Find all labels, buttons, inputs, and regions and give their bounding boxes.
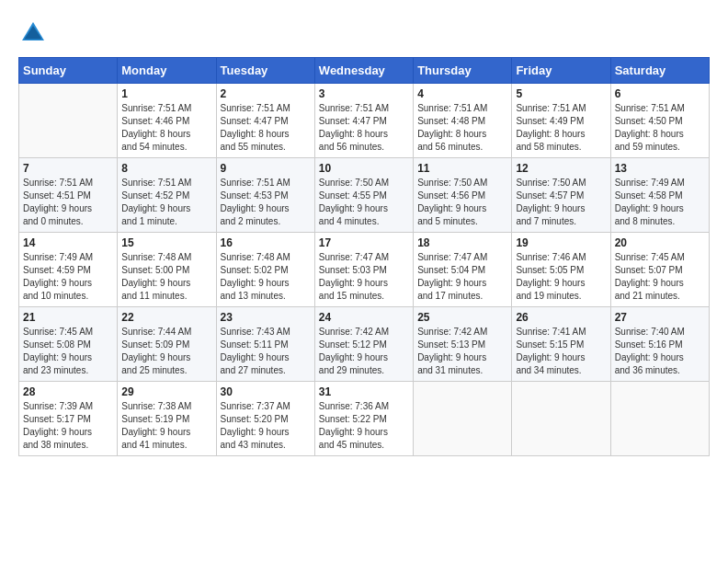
page-header <box>18 18 710 48</box>
calendar-cell: 29Sunrise: 7:38 AM Sunset: 5:19 PM Dayli… <box>118 382 216 456</box>
day-info: Sunrise: 7:51 AM Sunset: 4:47 PM Dayligh… <box>319 102 409 154</box>
calendar-cell <box>512 382 610 456</box>
calendar-cell: 19Sunrise: 7:46 AM Sunset: 5:05 PM Dayli… <box>512 233 610 307</box>
day-info: Sunrise: 7:41 AM Sunset: 5:15 PM Dayligh… <box>516 326 606 377</box>
day-number: 22 <box>121 311 211 324</box>
week-row-2: 7Sunrise: 7:51 AM Sunset: 4:51 PM Daylig… <box>19 158 710 233</box>
day-info: Sunrise: 7:48 AM Sunset: 5:02 PM Dayligh… <box>221 251 311 303</box>
calendar-cell <box>19 84 118 158</box>
day-info: Sunrise: 7:40 AM Sunset: 5:16 PM Dayligh… <box>615 326 705 377</box>
calendar-cell <box>610 382 709 456</box>
calendar-cell: 24Sunrise: 7:42 AM Sunset: 5:12 PM Dayli… <box>314 307 413 382</box>
day-info: Sunrise: 7:45 AM Sunset: 5:08 PM Dayligh… <box>23 326 113 377</box>
day-number: 2 <box>221 87 311 100</box>
day-number: 16 <box>221 236 311 249</box>
calendar-cell: 21Sunrise: 7:45 AM Sunset: 5:08 PM Dayli… <box>19 307 118 382</box>
day-info: Sunrise: 7:51 AM Sunset: 4:48 PM Dayligh… <box>417 102 507 154</box>
day-info: Sunrise: 7:51 AM Sunset: 4:46 PM Dayligh… <box>121 102 211 154</box>
calendar-cell: 28Sunrise: 7:39 AM Sunset: 5:17 PM Dayli… <box>19 382 118 456</box>
header-cell-tuesday: Tuesday <box>216 58 314 84</box>
header-row: SundayMondayTuesdayWednesdayThursdayFrid… <box>19 58 710 84</box>
day-number: 9 <box>221 162 311 175</box>
calendar-cell: 25Sunrise: 7:42 AM Sunset: 5:13 PM Dayli… <box>414 307 512 382</box>
day-number: 20 <box>615 236 705 249</box>
day-info: Sunrise: 7:50 AM Sunset: 4:57 PM Dayligh… <box>516 177 606 228</box>
day-info: Sunrise: 7:38 AM Sunset: 5:19 PM Dayligh… <box>121 400 211 452</box>
calendar-cell: 2Sunrise: 7:51 AM Sunset: 4:47 PM Daylig… <box>216 84 314 158</box>
day-info: Sunrise: 7:47 AM Sunset: 5:03 PM Dayligh… <box>319 251 409 303</box>
calendar-cell: 8Sunrise: 7:51 AM Sunset: 4:52 PM Daylig… <box>118 158 216 233</box>
day-number: 13 <box>615 162 705 175</box>
calendar-cell: 12Sunrise: 7:50 AM Sunset: 4:57 PM Dayli… <box>512 158 610 233</box>
day-number: 28 <box>23 385 113 398</box>
calendar-cell: 26Sunrise: 7:41 AM Sunset: 5:15 PM Dayli… <box>512 307 610 382</box>
day-info: Sunrise: 7:51 AM Sunset: 4:47 PM Dayligh… <box>221 102 311 154</box>
day-number: 4 <box>417 87 507 100</box>
day-number: 26 <box>516 311 606 324</box>
calendar-table: SundayMondayTuesdayWednesdayThursdayFrid… <box>18 57 710 456</box>
day-number: 14 <box>23 236 113 249</box>
week-row-1: 1Sunrise: 7:51 AM Sunset: 4:46 PM Daylig… <box>19 84 710 158</box>
day-number: 6 <box>615 87 705 100</box>
calendar-cell: 18Sunrise: 7:47 AM Sunset: 5:04 PM Dayli… <box>414 233 512 307</box>
day-info: Sunrise: 7:51 AM Sunset: 4:51 PM Dayligh… <box>23 177 113 228</box>
calendar-cell: 11Sunrise: 7:50 AM Sunset: 4:56 PM Dayli… <box>414 158 512 233</box>
day-info: Sunrise: 7:43 AM Sunset: 5:11 PM Dayligh… <box>221 326 311 377</box>
header-cell-wednesday: Wednesday <box>314 58 413 84</box>
day-number: 10 <box>319 162 409 175</box>
day-info: Sunrise: 7:48 AM Sunset: 5:00 PM Dayligh… <box>121 251 211 303</box>
calendar-cell: 1Sunrise: 7:51 AM Sunset: 4:46 PM Daylig… <box>118 84 216 158</box>
day-number: 21 <box>23 311 113 324</box>
calendar-cell: 16Sunrise: 7:48 AM Sunset: 5:02 PM Dayli… <box>216 233 314 307</box>
day-number: 8 <box>121 162 211 175</box>
day-info: Sunrise: 7:39 AM Sunset: 5:17 PM Dayligh… <box>23 400 113 452</box>
week-row-4: 21Sunrise: 7:45 AM Sunset: 5:08 PM Dayli… <box>19 307 710 382</box>
calendar-cell: 17Sunrise: 7:47 AM Sunset: 5:03 PM Dayli… <box>314 233 413 307</box>
header-cell-saturday: Saturday <box>610 58 709 84</box>
calendar-cell: 4Sunrise: 7:51 AM Sunset: 4:48 PM Daylig… <box>414 84 512 158</box>
day-info: Sunrise: 7:47 AM Sunset: 5:04 PM Dayligh… <box>417 251 507 303</box>
day-number: 30 <box>221 385 311 398</box>
week-row-5: 28Sunrise: 7:39 AM Sunset: 5:17 PM Dayli… <box>19 382 710 456</box>
calendar-cell: 5Sunrise: 7:51 AM Sunset: 4:49 PM Daylig… <box>512 84 610 158</box>
day-number: 27 <box>615 311 705 324</box>
day-info: Sunrise: 7:51 AM Sunset: 4:50 PM Dayligh… <box>615 102 705 154</box>
day-number: 24 <box>319 311 409 324</box>
header-cell-friday: Friday <box>512 58 610 84</box>
header-cell-monday: Monday <box>118 58 216 84</box>
day-info: Sunrise: 7:51 AM Sunset: 4:49 PM Dayligh… <box>516 102 606 154</box>
day-number: 18 <box>417 236 507 249</box>
calendar-cell: 13Sunrise: 7:49 AM Sunset: 4:58 PM Dayli… <box>610 158 709 233</box>
day-number: 12 <box>516 162 606 175</box>
calendar-cell: 30Sunrise: 7:37 AM Sunset: 5:20 PM Dayli… <box>216 382 314 456</box>
calendar-cell: 27Sunrise: 7:40 AM Sunset: 5:16 PM Dayli… <box>610 307 709 382</box>
day-info: Sunrise: 7:44 AM Sunset: 5:09 PM Dayligh… <box>121 326 211 377</box>
day-number: 1 <box>121 87 211 100</box>
calendar-cell: 23Sunrise: 7:43 AM Sunset: 5:11 PM Dayli… <box>216 307 314 382</box>
week-row-3: 14Sunrise: 7:49 AM Sunset: 4:59 PM Dayli… <box>19 233 710 307</box>
calendar-cell: 20Sunrise: 7:45 AM Sunset: 5:07 PM Dayli… <box>610 233 709 307</box>
calendar-cell: 6Sunrise: 7:51 AM Sunset: 4:50 PM Daylig… <box>610 84 709 158</box>
day-info: Sunrise: 7:42 AM Sunset: 5:12 PM Dayligh… <box>319 326 409 377</box>
day-number: 3 <box>319 87 409 100</box>
day-number: 11 <box>417 162 507 175</box>
day-number: 29 <box>121 385 211 398</box>
day-info: Sunrise: 7:37 AM Sunset: 5:20 PM Dayligh… <box>221 400 311 452</box>
calendar-cell: 31Sunrise: 7:36 AM Sunset: 5:22 PM Dayli… <box>314 382 413 456</box>
day-number: 25 <box>417 311 507 324</box>
day-number: 23 <box>221 311 311 324</box>
calendar-cell: 9Sunrise: 7:51 AM Sunset: 4:53 PM Daylig… <box>216 158 314 233</box>
day-number: 31 <box>319 385 409 398</box>
calendar-cell: 14Sunrise: 7:49 AM Sunset: 4:59 PM Dayli… <box>19 233 118 307</box>
day-number: 7 <box>23 162 113 175</box>
day-info: Sunrise: 7:50 AM Sunset: 4:55 PM Dayligh… <box>319 177 409 228</box>
header-cell-thursday: Thursday <box>414 58 512 84</box>
day-number: 5 <box>516 87 606 100</box>
day-info: Sunrise: 7:51 AM Sunset: 4:53 PM Dayligh… <box>221 177 311 228</box>
day-info: Sunrise: 7:51 AM Sunset: 4:52 PM Dayligh… <box>121 177 211 228</box>
day-info: Sunrise: 7:50 AM Sunset: 4:56 PM Dayligh… <box>417 177 507 228</box>
day-info: Sunrise: 7:45 AM Sunset: 5:07 PM Dayligh… <box>615 251 705 303</box>
header-cell-sunday: Sunday <box>19 58 118 84</box>
day-info: Sunrise: 7:36 AM Sunset: 5:22 PM Dayligh… <box>319 400 409 452</box>
logo-icon <box>18 18 48 48</box>
